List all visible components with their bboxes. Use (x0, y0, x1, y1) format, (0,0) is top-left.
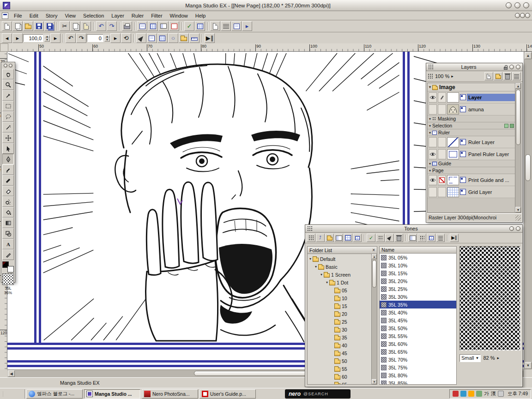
rotate-right-button[interactable]: ↷ (76, 33, 86, 43)
layer-thumbnail[interactable] (447, 137, 459, 147)
folder-row-default[interactable]: ▾Default (308, 255, 376, 263)
airbrush-tool[interactable] (2, 196, 14, 207)
pencil-tool[interactable] (2, 164, 14, 175)
expand-arrow-icon[interactable]: ▾ (315, 265, 317, 269)
rotation-field[interactable]: 0 (87, 34, 103, 42)
console-button[interactable] (221, 21, 231, 31)
child-close-button[interactable] (525, 13, 530, 18)
taskbar-button-nero[interactable]: Nero PhotoSna... (142, 389, 198, 399)
layer-row-layer[interactable]: Layer (428, 91, 521, 103)
zoom-apply-button[interactable]: ▸ (50, 33, 60, 43)
tone-item[interactable]: 35L 20% (380, 277, 456, 285)
zoom-spinner[interactable]: ▲▼ (44, 35, 50, 42)
layer-row-ruler-layer[interactable]: Ruler Layer (428, 136, 521, 148)
selection-option-icon[interactable] (510, 124, 514, 128)
layers-collapse-button[interactable] (509, 65, 514, 69)
layer-name[interactable]: amuna (467, 106, 520, 113)
layer-name[interactable]: Layer (467, 94, 520, 101)
folder-up-button[interactable] (325, 234, 334, 242)
layer-thumbnail[interactable] (447, 175, 459, 185)
story-view-button[interactable] (137, 21, 147, 31)
layer-thumbnail[interactable] (447, 149, 459, 159)
menu-ruler[interactable]: Ruler (128, 12, 147, 19)
folder-row-basic[interactable]: ▾Basic (308, 263, 376, 271)
select-arrow-tool[interactable] (2, 143, 14, 154)
taskbar-button-browser[interactable]: 엠파스 블로그 -... (26, 389, 83, 399)
expand-arrow-icon[interactable]: ▾ (309, 257, 311, 261)
minimize-button[interactable] (506, 2, 512, 8)
reset-view-button[interactable]: ⟲ (121, 33, 131, 43)
eraser-tool[interactable] (2, 186, 14, 196)
folder-row[interactable]: 50 (308, 357, 376, 365)
edit-toggle[interactable] (438, 104, 446, 115)
opacity-arrow-icon[interactable]: ▸ (451, 74, 453, 79)
folder-row[interactable]: 55 (308, 365, 376, 373)
layer-name[interactable]: Panel Ruler Layer (467, 151, 520, 158)
snap-grid-button[interactable] (195, 21, 205, 31)
tray-icon-red[interactable] (453, 391, 459, 397)
undo-button[interactable]: ↶ (96, 21, 106, 31)
fill-tool[interactable] (2, 207, 14, 218)
collapse-arrow-icon[interactable]: ▾ (429, 117, 431, 121)
folder-list-scrollbar[interactable]: ▲ ▼ (371, 254, 377, 384)
layout-split-4-button[interactable] (436, 234, 445, 242)
tray-icon-green[interactable] (476, 391, 482, 397)
edit-toggle[interactable] (438, 149, 446, 159)
menu-story[interactable]: Story (42, 12, 61, 19)
copy-button[interactable] (70, 21, 80, 31)
vertical-scroll-thumb[interactable] (525, 154, 531, 181)
folder-scroll-thumb[interactable] (372, 260, 376, 288)
layer-name[interactable]: Ruler Layer (467, 139, 520, 146)
tray-icon-blue[interactable] (460, 391, 466, 397)
two-page-view-button[interactable] (158, 21, 169, 31)
layer-section-masking[interactable]: ▾ Masking (428, 115, 521, 122)
taskbar-button-manga-studio[interactable]: Manga Studio ... (84, 389, 140, 399)
delete-layer-button[interactable] (503, 72, 512, 80)
tone-item[interactable]: 35L 65% (380, 348, 456, 356)
layers-title-bar[interactable]: Layers (426, 63, 522, 71)
shape-tool[interactable] (2, 228, 14, 239)
collapse-arrow-icon[interactable]: ▾ (429, 124, 431, 128)
rotation-spinner[interactable]: ▲▼ (104, 35, 110, 42)
layer-name[interactable]: Grid Layer (467, 188, 520, 196)
layer-name[interactable]: Print Guide and ... (467, 176, 520, 184)
tone-properties-button[interactable]: ▶∥ (450, 234, 459, 242)
folder-row[interactable]: 15 (308, 302, 376, 310)
tone-item[interactable]: 35L 45% (380, 316, 456, 324)
layer-section-image[interactable]: ▾ Image (428, 83, 521, 91)
tone-size-select[interactable]: Small ▼ (459, 354, 481, 362)
layers-scroll-thumb[interactable] (516, 90, 520, 145)
rotate-left-button[interactable]: ↶ (66, 33, 76, 43)
edit-toggle[interactable] (438, 175, 446, 185)
tone-item[interactable]: 35L 85% (380, 379, 456, 385)
folder-row-screen[interactable]: ▾1 Screen (308, 271, 376, 278)
menu-layer[interactable]: Layer (108, 12, 128, 19)
palette-menu-icon[interactable] (428, 64, 434, 70)
palette-menu-icon[interactable] (307, 226, 313, 231)
layer-opacity-value[interactable]: 100 % (434, 73, 451, 79)
toolbox-close-button[interactable] (9, 64, 12, 67)
layer-section-page[interactable]: ▾ Page (428, 167, 521, 174)
tone-paste-button[interactable]: ⤴ (316, 234, 325, 242)
layer-row-panel-ruler[interactable]: Panel Ruler Layer (428, 148, 521, 160)
marker-tool[interactable] (2, 175, 14, 186)
menu-help[interactable]: Help (192, 12, 210, 19)
visibility-toggle[interactable] (429, 149, 437, 159)
tones-title-bar[interactable]: Tones (305, 225, 522, 233)
visibility-toggle[interactable] (429, 104, 437, 115)
options-button[interactable]: ▸ (242, 21, 252, 31)
background-color-swatch[interactable] (7, 266, 14, 272)
tray-keyboard-icon[interactable] (498, 391, 504, 397)
move-tool[interactable] (2, 133, 14, 143)
folder-row[interactable]: 30 (308, 326, 376, 333)
cut-button[interactable]: ✂ (60, 21, 70, 31)
magic-wand-tool[interactable] (2, 122, 14, 133)
selection-option-icon[interactable] (504, 124, 508, 128)
menu-window[interactable]: Window (166, 12, 192, 19)
folder-row[interactable]: 60 (308, 373, 376, 381)
layers-display-icon[interactable] (428, 73, 433, 79)
tones-collapse-button[interactable] (509, 226, 514, 231)
pen-tool[interactable] (2, 154, 14, 164)
expand-arrow-icon[interactable]: ▾ (320, 272, 322, 277)
tone-area-button[interactable] (376, 234, 385, 242)
